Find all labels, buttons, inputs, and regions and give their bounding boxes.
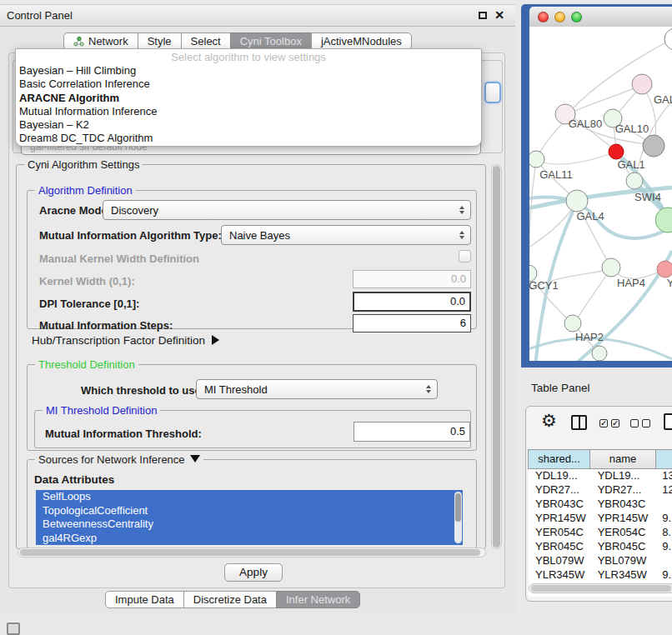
network-canvas[interactable]: GALGAL80GAL10GAL1GAL11SWI4GAL4GCY1HAP4YH… xyxy=(529,27,672,361)
column-header[interactable] xyxy=(655,449,672,469)
network-node[interactable] xyxy=(643,135,664,157)
mi-steps-label: Mutual Information Steps: xyxy=(39,319,173,332)
expanded-arrow-icon[interactable] xyxy=(190,455,200,462)
table-row[interactable]: YDL19...YDL19...13 xyxy=(529,469,672,483)
control-panel-titlebar[interactable]: Control Panel ✕ xyxy=(0,5,515,27)
table-row[interactable]: YBL079WYBL079W xyxy=(529,554,672,568)
network-view-window: GALGAL80GAL10GAL1GAL11SWI4GAL4GCY1HAP4YH… xyxy=(521,4,672,368)
data-attributes-list[interactable]: SelfLoopsTopologicalCoefficientBetweenne… xyxy=(36,490,463,545)
table-cell: YBR045C xyxy=(591,540,658,554)
apply-button[interactable]: Apply xyxy=(224,563,283,582)
collapsed-arrow-icon[interactable] xyxy=(212,335,219,345)
network-edge xyxy=(575,268,611,322)
table-row[interactable]: YBR045CYBR045C9. xyxy=(529,540,672,554)
network-window-titlebar[interactable] xyxy=(529,7,672,27)
screen: Control Panel ✕ NetworkStyleSelectCyni T… xyxy=(0,0,672,635)
sources-group-title[interactable]: Sources for Network Inference xyxy=(35,453,203,466)
settings-horizontal-scrollbar[interactable] xyxy=(18,548,486,558)
focused-combo-button[interactable] xyxy=(484,82,501,103)
algorithm-option[interactable]: Mutual Information Inference xyxy=(16,105,481,118)
tab-discretize-data[interactable]: Discretize Data xyxy=(183,591,277,608)
network-node[interactable] xyxy=(592,346,607,361)
which-threshold-value: MI Threshold xyxy=(204,383,268,396)
gear-icon[interactable]: ⚙ xyxy=(541,411,557,431)
control-panel-title: Control Panel xyxy=(7,5,73,27)
table-row[interactable]: YER054CYER054C8. xyxy=(529,526,672,540)
kernel-width-field[interactable]: 0.0 xyxy=(353,270,471,288)
attribute-item[interactable]: gal4RGexp xyxy=(36,532,463,546)
table-horizontal-scrollbar[interactable] xyxy=(529,583,672,593)
tab-impute-data[interactable]: Impute Data xyxy=(105,591,184,608)
algorithm-option[interactable]: ARACNE Algorithm xyxy=(16,92,481,105)
tab-label: Select xyxy=(191,35,221,48)
table-cell: YER054C xyxy=(591,526,658,540)
network-node[interactable] xyxy=(609,144,624,159)
table-row[interactable]: YLR345WYLR345W9. xyxy=(529,568,672,582)
tab-infer-network[interactable]: Infer Network xyxy=(276,591,360,608)
manual-kernel-checkbox[interactable] xyxy=(459,250,471,262)
network-node-label: GAL xyxy=(654,93,672,106)
network-icon xyxy=(73,37,84,47)
mi-steps-field[interactable]: 6 xyxy=(353,314,471,332)
hub-definition-section[interactable]: Hub/Transcription Factor Definition xyxy=(32,334,219,347)
algorithm-option[interactable]: Basic Correlation Inference xyxy=(16,78,481,91)
collapsed-panel-icon[interactable] xyxy=(7,622,20,635)
attribute-item[interactable]: SelfLoops xyxy=(36,490,463,504)
table-header-row: shared...name xyxy=(529,449,672,469)
network-node[interactable] xyxy=(655,208,672,232)
document-icon[interactable] xyxy=(664,413,672,430)
which-threshold-combo[interactable]: MI Threshold xyxy=(196,379,438,399)
settings-group-title: Cyni Algorithm Settings xyxy=(24,158,143,171)
mi-threshold-group-title: MI Threshold Definition xyxy=(43,404,160,417)
zoom-traffic-light-icon[interactable] xyxy=(571,12,582,22)
table-cell: YDL19... xyxy=(529,469,591,483)
network-node-label: SWI4 xyxy=(634,191,661,203)
network-node[interactable] xyxy=(626,172,643,189)
tab-jactivemnodules[interactable]: jActiveMNodules xyxy=(311,32,412,50)
mi-type-value: Naive Bayes xyxy=(229,229,290,242)
network-node-label: HAP2 xyxy=(575,331,604,343)
tab-network[interactable]: Network xyxy=(63,32,138,50)
tab-label: Impute Data xyxy=(115,593,174,606)
table-row[interactable]: YDR27...YDR27...12 xyxy=(529,483,672,498)
tab-cyni-toolbox[interactable]: Cyni Toolbox xyxy=(230,32,312,50)
network-node[interactable] xyxy=(529,151,544,168)
column-header[interactable]: name xyxy=(589,449,656,469)
aracne-mode-combo[interactable]: Discovery xyxy=(103,200,471,220)
close-traffic-light-icon[interactable] xyxy=(538,12,549,22)
table-cell: 13 xyxy=(657,469,672,483)
close-icon[interactable]: ✕ xyxy=(494,8,504,22)
algorithm-popup: Select algorithm to view settings Bayesi… xyxy=(15,48,482,147)
mi-threshold-field[interactable]: 0.5 xyxy=(354,422,470,442)
table-cell: YBL079W xyxy=(591,554,658,568)
network-node[interactable] xyxy=(664,28,672,50)
attribute-item[interactable]: TopologicalCoefficient xyxy=(36,504,463,518)
dpi-tolerance-label: DPI Tolerance [0,1]: xyxy=(39,298,139,310)
network-node[interactable] xyxy=(564,315,581,332)
algorithm-definition-title: Algorithm Definition xyxy=(35,184,136,197)
column-header[interactable]: shared... xyxy=(528,449,590,469)
algorithm-option[interactable]: Bayesian – K2 xyxy=(16,118,481,132)
algorithm-option[interactable]: Dream8 DC_TDC Algorithm xyxy=(16,132,481,145)
table-row[interactable]: YPR145WYPR145W9. xyxy=(529,512,672,526)
tab-select[interactable]: Select xyxy=(181,32,231,50)
dpi-tolerance-field[interactable]: 0.0 xyxy=(353,292,471,312)
deselect-all-icon[interactable] xyxy=(630,419,650,428)
data-attributes-label: Data Attributes xyxy=(34,473,114,486)
network-node[interactable] xyxy=(632,74,652,94)
network-node[interactable] xyxy=(602,258,620,277)
mi-type-combo[interactable]: Naive Bayes xyxy=(221,225,471,245)
network-node[interactable] xyxy=(566,190,588,212)
attribute-item[interactable]: BetweennessCentrality xyxy=(36,518,463,532)
table-row[interactable]: YBR043CYBR043C xyxy=(529,498,672,512)
select-all-icon[interactable]: ✓✓ xyxy=(599,419,619,428)
minimize-traffic-light-icon[interactable] xyxy=(554,12,565,22)
network-node[interactable] xyxy=(657,261,672,278)
algorithm-option[interactable]: Bayesian – Hill Climbing xyxy=(16,64,481,78)
settings-vertical-scrollbar[interactable] xyxy=(491,164,502,549)
tab-label: Network xyxy=(88,35,128,48)
tab-style[interactable]: Style xyxy=(138,32,182,50)
float-window-icon[interactable] xyxy=(479,12,487,19)
split-view-icon[interactable] xyxy=(571,415,587,430)
attributes-list-scrollbar[interactable] xyxy=(454,492,462,543)
